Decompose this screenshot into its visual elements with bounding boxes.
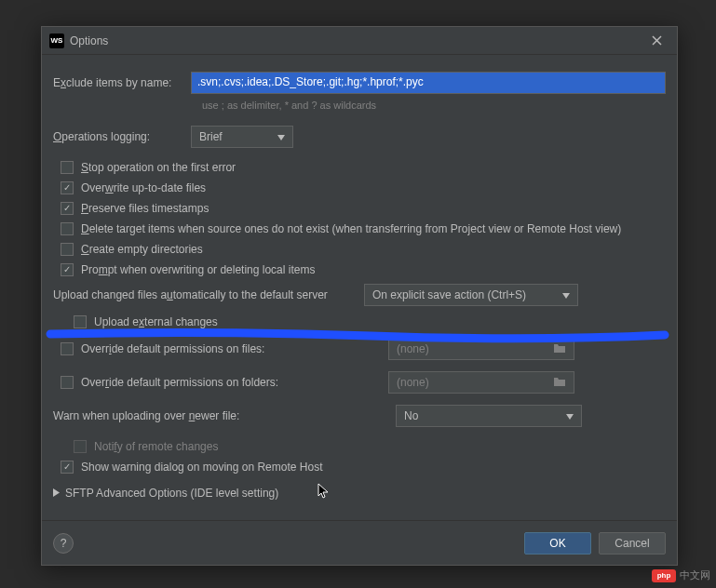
preserve-label: Preserve files timestamps: [81, 202, 209, 215]
window-title: Options: [70, 34, 643, 47]
watermark-text: 中文网: [680, 568, 710, 582]
warn-newer-select[interactable]: No: [396, 405, 582, 427]
prompt-row: Prompt when overwriting or deleting loca…: [53, 263, 666, 276]
upload-changed-row: Upload changed files automatically to th…: [53, 284, 666, 306]
close-icon: [652, 35, 662, 46]
ok-button[interactable]: OK: [524, 532, 591, 555]
caret-down-icon: [566, 409, 574, 422]
logging-label: Operations logging:: [53, 130, 191, 143]
watermark: php 中文网: [652, 568, 710, 582]
app-icon: WS: [49, 33, 64, 48]
logging-row: Operations logging: Brief: [53, 126, 666, 148]
notify-remote-row: Notify of remote changes: [53, 440, 666, 453]
perm-files-select[interactable]: (none): [388, 338, 574, 360]
delete-row: Delete target items when source ones do …: [53, 222, 666, 235]
upload-changed-label: Upload changed files automatically to th…: [53, 288, 364, 301]
exclude-input[interactable]: .svn;.cvs;.idea;.DS_Store;.git;.hg;*.hpr…: [191, 72, 666, 94]
exclude-row: Exclude items by name: .svn;.cvs;.idea;.…: [53, 72, 666, 94]
notify-remote-label: Notify of remote changes: [94, 440, 218, 453]
create-dirs-row: Create empty directories: [53, 243, 666, 256]
preserve-checkbox[interactable]: [61, 202, 74, 215]
upload-changed-select[interactable]: On explicit save action (Ctrl+S): [364, 284, 578, 306]
warn-newer-row: Warn when uploading over newer file: No: [53, 405, 666, 427]
show-warning-label: Show warning dialog on moving on Remote …: [81, 461, 322, 474]
stop-on-error-label: Stop operation on the first error: [81, 161, 236, 174]
external-changes-label: Upload external changes: [94, 315, 218, 328]
overwrite-label: Overwrite up-to-date files: [81, 181, 206, 194]
help-button[interactable]: ?: [53, 533, 74, 554]
warn-newer-label: Warn when uploading over newer file:: [53, 409, 396, 422]
notify-remote-checkbox[interactable]: [74, 440, 87, 453]
caret-down-icon: [562, 288, 570, 301]
folder-icon: [553, 342, 566, 356]
preserve-row: Preserve files timestamps: [53, 202, 666, 215]
overwrite-row: Overwrite up-to-date files: [53, 181, 666, 194]
show-warning-checkbox[interactable]: [61, 461, 74, 474]
create-dirs-checkbox[interactable]: [61, 243, 74, 256]
exclude-hint: use ; as delimiter, * and ? as wildcards: [202, 100, 666, 111]
perm-files-row: Override default permissions on files: (…: [53, 338, 666, 360]
overwrite-checkbox[interactable]: [61, 181, 74, 194]
perm-folders-row: Override default permissions on folders:…: [53, 371, 666, 394]
folder-icon: [553, 376, 566, 390]
cancel-button[interactable]: Cancel: [599, 532, 666, 555]
close-button[interactable]: [643, 28, 669, 54]
checkbox-group: Stop operation on the first error Overwr…: [53, 161, 666, 276]
titlebar: WS Options: [42, 27, 677, 55]
exclude-label: Exclude items by name:: [53, 76, 191, 89]
external-changes-checkbox[interactable]: [74, 315, 87, 328]
external-changes-row: Upload external changes: [53, 315, 666, 328]
perm-folders-select[interactable]: (none): [388, 371, 574, 394]
stop-on-error-row: Stop operation on the first error: [53, 161, 666, 174]
options-dialog: WS Options Exclude items by name: .svn;.…: [41, 26, 678, 566]
triangle-right-icon: [53, 487, 60, 500]
watermark-logo: php: [652, 569, 676, 582]
caret-down-icon: [277, 130, 285, 143]
prompt-label: Prompt when overwriting or deleting loca…: [81, 263, 315, 276]
delete-label: Delete target items when source ones do …: [81, 222, 621, 235]
content-area: Exclude items by name: .svn;.cvs;.idea;.…: [42, 55, 677, 520]
dialog-footer: ? OK Cancel: [42, 520, 677, 565]
perm-folders-checkbox[interactable]: [61, 376, 74, 389]
prompt-checkbox[interactable]: [61, 263, 74, 276]
perm-folders-label: Override default permissions on folders:: [81, 376, 278, 389]
sftp-advanced-expander[interactable]: SFTP Advanced Options (IDE level setting…: [53, 487, 666, 500]
create-dirs-label: Create empty directories: [81, 243, 203, 256]
delete-checkbox[interactable]: [61, 222, 74, 235]
show-warning-row: Show warning dialog on moving on Remote …: [53, 461, 666, 474]
stop-on-error-checkbox[interactable]: [61, 161, 74, 174]
logging-select[interactable]: Brief: [191, 126, 293, 148]
perm-files-label: Override default permissions on files:: [81, 342, 264, 355]
perm-files-checkbox[interactable]: [61, 342, 74, 355]
